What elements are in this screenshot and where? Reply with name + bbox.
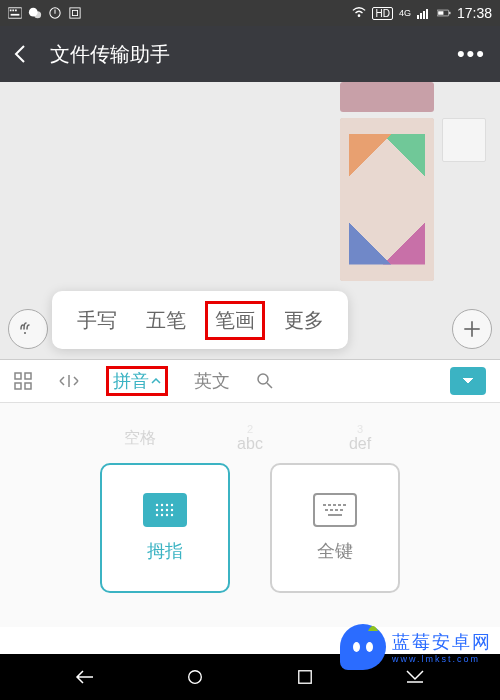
- layout-thumb[interactable]: 拇指: [100, 463, 230, 593]
- input-method-stroke[interactable]: 笔画: [205, 301, 265, 340]
- svg-rect-1: [10, 10, 12, 12]
- search-icon[interactable]: [256, 372, 274, 390]
- svg-rect-48: [335, 509, 338, 511]
- svg-rect-44: [338, 504, 341, 506]
- wifi-icon: [352, 6, 366, 20]
- wechat-icon: [28, 6, 42, 20]
- full-keyboard-icon: [313, 493, 357, 527]
- chat-area[interactable]: 手写 五笔 笔画 更多: [0, 82, 500, 359]
- svg-rect-2: [12, 10, 14, 12]
- svg-point-40: [171, 514, 173, 516]
- nav-back[interactable]: [72, 664, 98, 690]
- svg-point-39: [166, 514, 168, 516]
- input-method-more[interactable]: 更多: [274, 301, 334, 340]
- layout-cards: 拇指 全键: [0, 463, 500, 593]
- svg-rect-52: [299, 671, 311, 683]
- watermark-url: www.lmkst.com: [392, 654, 492, 664]
- svg-line-28: [267, 383, 272, 388]
- svg-rect-50: [328, 514, 342, 516]
- chat-title: 文件传输助手: [50, 41, 170, 68]
- svg-point-30: [161, 504, 163, 506]
- svg-point-32: [171, 504, 173, 506]
- svg-point-37: [156, 514, 158, 516]
- collapse-keyboard-button[interactable]: [450, 367, 486, 395]
- svg-rect-47: [330, 509, 333, 511]
- ime-pinyin[interactable]: 拼音: [106, 366, 168, 396]
- time-label: 17:38: [457, 5, 492, 21]
- svg-rect-17: [438, 11, 443, 15]
- svg-rect-0: [8, 8, 22, 19]
- signal-icon: [417, 6, 431, 20]
- faded-key: 2abc: [210, 413, 290, 463]
- nav-home[interactable]: [182, 664, 208, 690]
- add-button[interactable]: [452, 309, 492, 349]
- keyboard-icon: [8, 6, 22, 20]
- watermark: 蓝莓安卓网 www.lmkst.com: [340, 624, 492, 670]
- svg-point-51: [189, 671, 202, 684]
- notification-icon: [48, 6, 62, 20]
- svg-rect-45: [343, 504, 346, 506]
- screenshot-icon: [68, 6, 82, 20]
- input-method-popup: 手写 五笔 笔画 更多: [52, 291, 348, 349]
- svg-rect-4: [11, 14, 20, 16]
- svg-rect-43: [333, 504, 336, 506]
- status-bar: HD 4G 17:38: [0, 0, 500, 26]
- watermark-text: 蓝莓安卓网: [392, 630, 492, 654]
- svg-rect-13: [420, 13, 422, 19]
- chat-image-2[interactable]: [340, 118, 434, 281]
- more-icon[interactable]: •••: [457, 41, 486, 67]
- status-right: HD 4G 17:38: [352, 5, 492, 21]
- svg-point-19: [24, 332, 26, 334]
- svg-rect-14: [423, 11, 425, 19]
- voice-button[interactable]: [8, 309, 48, 349]
- svg-point-27: [258, 374, 268, 384]
- svg-rect-12: [417, 15, 419, 19]
- back-icon[interactable]: [14, 44, 34, 64]
- svg-point-35: [166, 509, 168, 511]
- svg-point-31: [166, 504, 168, 506]
- network-indicator: 4G: [399, 8, 411, 18]
- hd-indicator: HD: [372, 7, 392, 20]
- svg-rect-46: [325, 509, 328, 511]
- grid-keyboard-icon: [143, 493, 187, 527]
- faded-key-row: 空格 2abc 3def: [0, 413, 500, 463]
- nav-recent[interactable]: [292, 664, 318, 690]
- watermark-icon: [340, 624, 386, 670]
- cursor-icon[interactable]: [58, 373, 80, 389]
- input-method-handwrite[interactable]: 手写: [67, 301, 127, 340]
- svg-rect-10: [72, 10, 77, 15]
- layout-label: 全键: [317, 539, 353, 563]
- svg-point-34: [161, 509, 163, 511]
- svg-point-29: [156, 504, 158, 506]
- status-left: [8, 6, 82, 20]
- svg-rect-41: [323, 504, 326, 506]
- chat-image-1[interactable]: [340, 82, 434, 112]
- ime-english[interactable]: 英文: [194, 369, 230, 393]
- faded-key: 3def: [320, 413, 400, 463]
- keyboard-area: 空格 2abc 3def 拇指 全键: [0, 403, 500, 627]
- layout-full[interactable]: 全键: [270, 463, 400, 593]
- svg-rect-24: [15, 383, 21, 389]
- svg-point-38: [161, 514, 163, 516]
- layout-label: 拇指: [147, 539, 183, 563]
- svg-rect-42: [328, 504, 331, 506]
- svg-rect-49: [340, 509, 343, 511]
- svg-rect-22: [15, 373, 21, 379]
- ime-toolbar: 拼音 英文: [0, 359, 500, 403]
- avatar[interactable]: [442, 118, 486, 162]
- svg-rect-18: [449, 12, 450, 14]
- svg-point-6: [34, 11, 41, 18]
- faded-key: 空格: [100, 413, 180, 463]
- grid-icon[interactable]: [14, 372, 32, 390]
- svg-rect-3: [15, 10, 17, 12]
- input-method-wubi[interactable]: 五笔: [136, 301, 196, 340]
- svg-rect-23: [25, 373, 31, 379]
- svg-point-33: [156, 509, 158, 511]
- pinyin-label: 拼音: [113, 369, 149, 393]
- svg-point-36: [171, 509, 173, 511]
- svg-point-11: [358, 14, 361, 17]
- chat-header: 文件传输助手 •••: [0, 26, 500, 82]
- svg-rect-25: [25, 383, 31, 389]
- battery-icon: [437, 6, 451, 20]
- svg-rect-15: [426, 9, 428, 19]
